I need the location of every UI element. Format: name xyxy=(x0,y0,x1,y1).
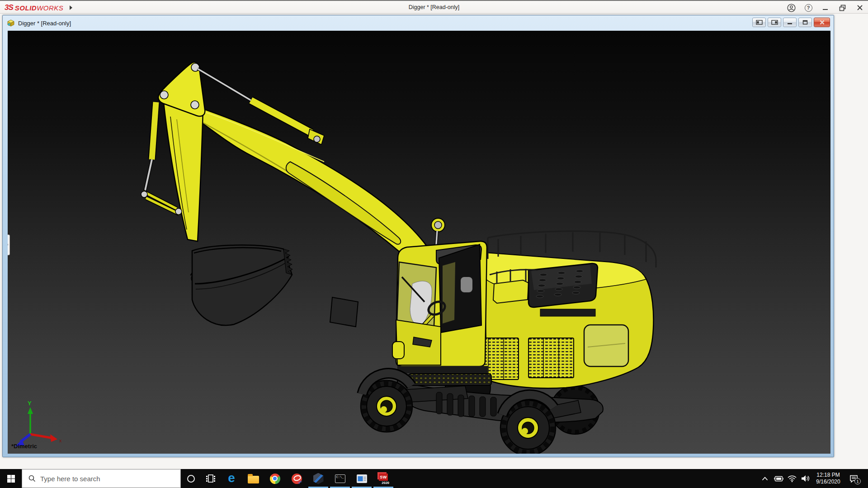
deck-hatch[interactable] xyxy=(493,280,528,303)
restore-icon[interactable] xyxy=(837,3,848,13)
tray-date: 9/16/2020 xyxy=(814,479,842,485)
tray-time: 12:18 PM xyxy=(814,472,842,479)
start-button[interactable] xyxy=(0,469,22,488)
stick-arm[interactable] xyxy=(158,62,205,241)
part-file-icon xyxy=(7,19,15,27)
solidworks-2020-icon: SW 2020 xyxy=(377,472,389,485)
featuremanager-collapsed-tab[interactable] xyxy=(8,235,10,255)
task-view-icon xyxy=(206,474,216,483)
close-icon[interactable] xyxy=(854,3,865,13)
cab[interactable] xyxy=(392,241,491,385)
battery-icon[interactable] xyxy=(773,469,784,488)
taskbar-item-chrome[interactable] xyxy=(264,469,286,488)
hexagon-app-icon xyxy=(313,473,324,484)
edge-icon: e xyxy=(228,472,235,484)
windows-taskbar: e ✂ C:\_ SW 2020 12:1 xyxy=(0,469,868,488)
tile-left-button[interactable] xyxy=(752,18,766,27)
command-prompt-icon: C:\_ xyxy=(335,474,345,483)
taskbar-item-blue-window-app[interactable] xyxy=(351,469,373,488)
heat-sink-vent xyxy=(540,309,595,316)
document-titlebar[interactable]: Digger * [Read-only] xyxy=(3,15,834,31)
blue-window-app-icon xyxy=(357,474,367,483)
wifi-icon[interactable] xyxy=(786,469,798,488)
tile-right-button[interactable] xyxy=(768,18,781,27)
mirror-housing xyxy=(392,342,404,359)
volume-icon[interactable] xyxy=(800,469,811,488)
chrome-icon xyxy=(270,474,280,484)
taskbar-item-file-explorer[interactable] xyxy=(242,469,264,488)
graphics-viewport[interactable]: Y x *Dimetric xyxy=(8,31,830,454)
app-window-title: Digger * [Read-only] xyxy=(0,4,868,10)
taskbar-item-solidworks-2020[interactable]: SW 2020 xyxy=(373,469,394,488)
search-input[interactable] xyxy=(40,475,162,483)
taskbar-item-edge[interactable]: e xyxy=(221,469,242,488)
cortana-button[interactable] xyxy=(181,469,201,488)
taskbar-item-command-prompt[interactable]: C:\_ xyxy=(329,469,351,488)
bucket[interactable] xyxy=(191,245,292,325)
tray-clock[interactable]: 12:18 PM 9/16/2020 xyxy=(813,472,843,485)
view-orientation-label: *Dimetric xyxy=(11,443,37,450)
y-axis-arrow xyxy=(28,407,33,414)
search-icon xyxy=(28,475,36,482)
action-center-button[interactable]: 1 xyxy=(845,469,862,488)
seat-headrest xyxy=(461,277,472,292)
solidworks-main-titlebar: 3S SOLIDWORKS Digger * [Read-only] ? xyxy=(0,0,868,14)
taskbar-item-snipping-tool[interactable]: ✂ xyxy=(286,469,307,488)
taskbar-item-hexagon-app[interactable] xyxy=(307,469,329,488)
engine-deck[interactable] xyxy=(473,231,656,388)
x-axis-arrow xyxy=(50,434,57,442)
y-axis-label: Y xyxy=(28,400,32,407)
boom-foot xyxy=(330,297,358,327)
help-icon[interactable]: ? xyxy=(803,3,814,13)
notification-count-badge: 1 xyxy=(854,478,861,484)
task-view-button[interactable] xyxy=(201,469,221,488)
doc-restore-button[interactable] xyxy=(798,18,812,27)
engine-block[interactable] xyxy=(528,263,598,307)
x-axis-label: x xyxy=(59,438,62,443)
doc-minimize-button[interactable] xyxy=(783,18,797,27)
file-explorer-icon xyxy=(248,476,259,483)
cortana-icon xyxy=(187,475,195,483)
document-title: Digger * [Read-only] xyxy=(18,20,71,27)
taskbar-search[interactable] xyxy=(22,469,181,488)
side-vent-grille-right[interactable] xyxy=(528,338,574,378)
orientation-triad: Y x xyxy=(11,399,66,449)
tray-expand-chevron-icon[interactable] xyxy=(759,469,771,488)
snipping-tool-icon: ✂ xyxy=(292,474,302,484)
front-grille xyxy=(408,374,491,385)
account-icon[interactable] xyxy=(786,3,797,13)
minimize-icon[interactable] xyxy=(820,3,831,13)
document-window: Digger * [Read-only] xyxy=(2,15,834,457)
doc-close-button[interactable] xyxy=(814,18,830,27)
digger-model[interactable] xyxy=(8,31,830,454)
